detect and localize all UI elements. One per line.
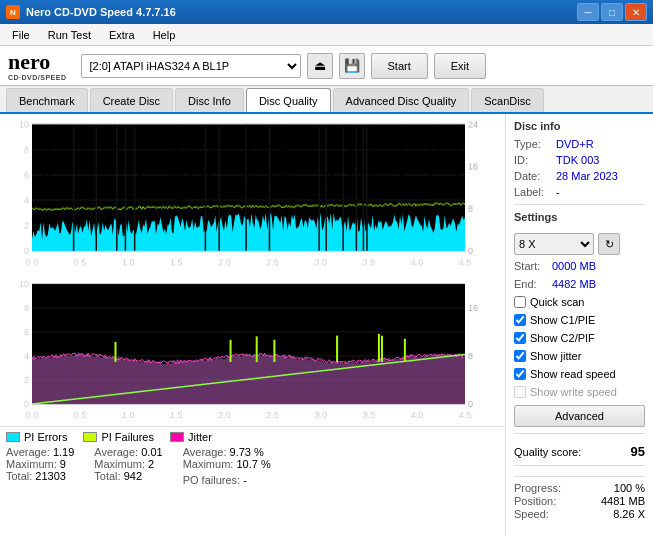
disc-id-row: ID: TDK 003 [514,154,645,166]
c1pie-checkbox[interactable] [514,314,526,326]
pi-errors-avg-value: 1.19 [53,446,74,458]
menu-extra[interactable]: Extra [101,25,143,45]
pi-errors-avg-label: Average: [6,446,50,458]
c1pie-row: Show C1/PIE [514,314,645,326]
tab-scan-disc[interactable]: ScanDisc [471,88,543,112]
write-speed-row: Show write speed [514,386,645,398]
nero-cd-subtitle: CD·DVD/SPEED [8,74,67,81]
legend-row: PI Errors PI Failures Jitter [6,431,499,443]
c2pif-label: Show C2/PIF [530,332,595,344]
title-bar: N Nero CD-DVD Speed 4.7.7.16 ─ □ ✕ [0,0,653,24]
divider-3 [514,465,645,466]
legend-jitter: Jitter [170,431,212,443]
tab-benchmark[interactable]: Benchmark [6,88,88,112]
jitter-avg-value: 9.73 % [230,446,264,458]
disc-id-label: ID: [514,154,552,166]
speed-row: Speed: 8.26 X [514,508,645,520]
pi-failures-total-label: Total: [94,470,120,482]
jitter-max-value: 10.7 % [236,458,270,470]
position-row: Position: 4481 MB [514,495,645,507]
save-icon-button[interactable]: 💾 [339,53,365,79]
quick-scan-label: Quick scan [530,296,584,308]
disc-date-row: Date: 28 Mar 2023 [514,170,645,182]
pi-errors-total-label: Total: [6,470,32,482]
pi-failures-max-value: 2 [148,458,154,470]
pi-failures-total-value: 942 [124,470,142,482]
start-mb-value: 0000 MB [552,260,596,272]
c2pif-checkbox[interactable] [514,332,526,344]
jitter-stats: Average: 9.73 % Maximum: 10.7 % PO failu… [183,446,271,486]
progress-section: Progress: 100 % Position: 4481 MB Speed:… [514,476,645,521]
quick-scan-row: Quick scan [514,296,645,308]
pi-errors-max-value: 9 [60,458,66,470]
disc-label-value: - [556,186,560,198]
pi-errors-stats: Average: 1.19 Maximum: 9 Total: 21303 [6,446,74,486]
jitter-row: Show jitter [514,350,645,362]
refresh-button[interactable]: ↻ [598,233,620,255]
menu-bar: File Run Test Extra Help [0,24,653,46]
toolbar: nero CD·DVD/SPEED [2:0] ATAPI iHAS324 A … [0,46,653,86]
jitter-max-label: Maximum: [183,458,234,470]
disc-info-title: Disc info [514,120,645,132]
po-failures-value: - [243,474,247,486]
tab-disc-quality[interactable]: Disc Quality [246,88,331,112]
progress-row: Progress: 100 % [514,482,645,494]
speed-setting-row: 8 X ↻ [514,233,645,255]
read-speed-label: Show read speed [530,368,616,380]
main-content: PI Errors PI Failures Jitter Average: 1.… [0,114,653,536]
jitter-label: Show jitter [530,350,581,362]
start-mb-label: Start: [514,260,548,272]
position-label: Position: [514,495,556,507]
charts-container [0,114,505,426]
po-failures-label: PO failures: [183,474,240,486]
settings-title: Settings [514,211,645,223]
read-speed-checkbox[interactable] [514,368,526,380]
tab-advanced-disc-quality[interactable]: Advanced Disc Quality [333,88,470,112]
exit-button[interactable]: Exit [434,53,486,79]
jitter-checkbox[interactable] [514,350,526,362]
minimize-button[interactable]: ─ [577,3,599,21]
app-icon: N [6,5,20,19]
write-speed-checkbox [514,386,526,398]
end-mb-value: 4482 MB [552,278,596,290]
disc-type-label: Type: [514,138,552,150]
advanced-button[interactable]: Advanced [514,405,645,427]
eject-icon-button[interactable]: ⏏ [307,53,333,79]
quality-score-value: 95 [631,444,645,459]
pi-errors-total-value: 21303 [35,470,66,482]
tab-disc-info[interactable]: Disc Info [175,88,244,112]
quality-score-label: Quality score: [514,446,581,458]
close-button[interactable]: ✕ [625,3,647,21]
pi-failures-avg-value: 0.01 [141,446,162,458]
jitter-legend-label: Jitter [188,431,212,443]
divider-1 [514,204,645,205]
pi-failures-legend-label: PI Failures [101,431,154,443]
disc-id-value: TDK 003 [556,154,599,166]
pi-failures-max-label: Maximum: [94,458,145,470]
pi-errors-color-swatch [6,432,20,442]
quality-score-row: Quality score: 95 [514,444,645,459]
progress-value: 100 % [614,482,645,494]
drive-select[interactable]: [2:0] ATAPI iHAS324 A BL1P [81,54,301,78]
disc-label-label: Label: [514,186,552,198]
menu-help[interactable]: Help [145,25,184,45]
pi-failures-stats: Average: 0.01 Maximum: 2 Total: 942 [94,446,162,486]
legend-pi-failures: PI Failures [83,431,154,443]
position-value: 4481 MB [601,495,645,507]
divider-2 [514,433,645,434]
nero-logo-text: nero [8,50,67,74]
start-button[interactable]: Start [371,53,428,79]
disc-label-row: Label: - [514,186,645,198]
stats-bar: PI Errors PI Failures Jitter Average: 1.… [0,426,505,536]
stats-columns: Average: 1.19 Maximum: 9 Total: 21303 Av… [6,446,499,486]
pi-errors-max-label: Maximum: [6,458,57,470]
read-speed-row: Show read speed [514,368,645,380]
maximize-button[interactable]: □ [601,3,623,21]
menu-file[interactable]: File [4,25,38,45]
speed-select[interactable]: 8 X [514,233,594,255]
quick-scan-checkbox[interactable] [514,296,526,308]
tab-create-disc[interactable]: Create Disc [90,88,173,112]
start-mb-row: Start: 0000 MB [514,260,645,272]
menu-run-test[interactable]: Run Test [40,25,99,45]
right-panel: Disc info Type: DVD+R ID: TDK 003 Date: … [505,114,653,536]
